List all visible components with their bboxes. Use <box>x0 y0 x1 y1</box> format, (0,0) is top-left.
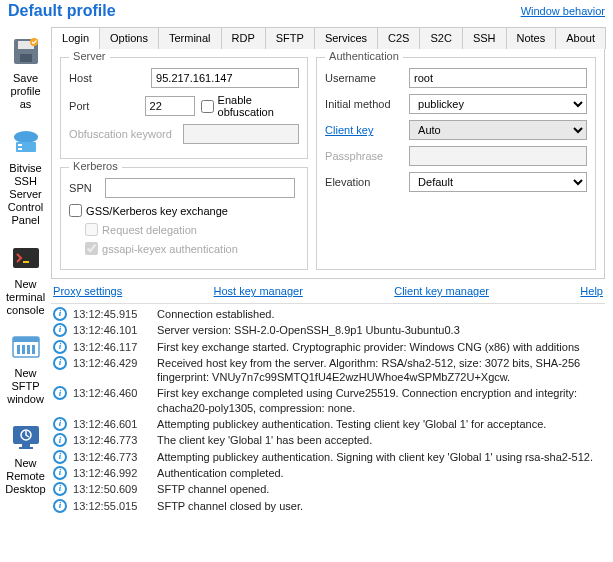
request-delegation-checkbox: Request delegation <box>85 223 299 236</box>
gss-checkbox[interactable]: GSS/Kerberos key exchange <box>69 204 299 217</box>
svg-rect-7 <box>18 148 22 150</box>
new-terminal-button[interactable]: New terminal console <box>0 236 51 322</box>
host-input[interactable] <box>151 68 299 88</box>
remote-desktop-icon <box>8 419 44 455</box>
host-key-manager-link[interactable]: Host key manager <box>214 285 303 297</box>
sidebar-label: New terminal console <box>4 278 47 318</box>
tab-sftp[interactable]: SFTP <box>265 27 315 49</box>
client-key-select[interactable]: Auto <box>409 120 587 140</box>
terminal-icon <box>8 240 44 276</box>
tab-terminal[interactable]: Terminal <box>158 27 222 49</box>
tab-c2s[interactable]: C2S <box>377 27 420 49</box>
username-input[interactable] <box>409 68 587 88</box>
new-remote-desktop-button[interactable]: New Remote Desktop <box>0 415 51 501</box>
info-icon: i <box>53 433 67 447</box>
tab-notes[interactable]: Notes <box>506 27 557 49</box>
log-timestamp: 13:12:46.601 <box>73 417 151 431</box>
username-label: Username <box>325 72 403 84</box>
info-icon: i <box>53 323 67 337</box>
tab-services[interactable]: Services <box>314 27 378 49</box>
log-message: Connection established. <box>157 307 603 321</box>
log-timestamp: 13:12:46.101 <box>73 323 151 337</box>
passphrase-input <box>409 146 587 166</box>
links-row: Proxy settings Host key manager Client k… <box>51 279 605 303</box>
log-timestamp: 13:12:46.773 <box>73 450 151 464</box>
log-message: Received host key from the server. Algor… <box>157 356 603 385</box>
info-icon: i <box>53 386 67 400</box>
log-message: First key exchange started. Cryptographi… <box>157 340 603 354</box>
log-timestamp: 13:12:46.117 <box>73 340 151 354</box>
log-timestamp: 13:12:45.915 <box>73 307 151 321</box>
save-profile-button[interactable]: Save profile as <box>0 30 51 116</box>
log-message: Attempting publickey authentication. Sig… <box>157 450 603 464</box>
sidebar-label: Bitvise SSH Server Control Panel <box>4 162 47 228</box>
log-timestamp: 13:12:46.992 <box>73 466 151 480</box>
elevation-label: Elevation <box>325 176 403 188</box>
info-icon: i <box>53 356 67 370</box>
log-timestamp: 13:12:55.015 <box>73 499 151 513</box>
client-key-link[interactable]: Client key <box>325 124 403 136</box>
port-input[interactable] <box>145 96 195 116</box>
page-title: Default profile <box>8 2 116 20</box>
svg-point-3 <box>30 38 38 46</box>
sidebar-label: Save profile as <box>4 72 47 112</box>
client-key-manager-link[interactable]: Client key manager <box>394 285 489 297</box>
floppy-icon <box>8 34 44 70</box>
info-icon: i <box>53 417 67 431</box>
gssapi-checkbox: gssapi-keyex authentication <box>85 242 299 255</box>
sftp-window-icon <box>8 329 44 365</box>
svg-rect-13 <box>22 345 25 354</box>
log-row: i13:12:55.015SFTP channel closed by user… <box>51 498 605 514</box>
proxy-settings-link[interactable]: Proxy settings <box>53 285 122 297</box>
log-row: i13:12:46.460First key exchange complete… <box>51 385 605 416</box>
svg-rect-6 <box>18 144 22 146</box>
login-panel: Server Host Port Enable obfuscation Obfu… <box>51 49 605 279</box>
method-label: Initial method <box>325 98 403 110</box>
passphrase-label: Passphrase <box>325 150 403 162</box>
tab-ssh[interactable]: SSH <box>462 27 507 49</box>
spn-label: SPN <box>69 182 99 194</box>
info-icon: i <box>53 466 67 480</box>
svg-rect-9 <box>23 261 29 263</box>
obf-keyword-label: Obfuscation keyword <box>69 128 177 140</box>
log-row: i13:12:46.117First key exchange started.… <box>51 339 605 355</box>
tab-s2c[interactable]: S2C <box>419 27 462 49</box>
tab-options[interactable]: Options <box>99 27 159 49</box>
server-group: Server Host Port Enable obfuscation Obfu… <box>60 57 308 159</box>
host-label: Host <box>69 72 145 84</box>
log-message: Authentication completed. <box>157 466 603 480</box>
log-row: i13:12:46.773The client key 'Global 1' h… <box>51 432 605 448</box>
sidebar: Save profile as Bitvise SSH Server Contr… <box>0 22 51 552</box>
svg-rect-11 <box>13 337 39 342</box>
svg-rect-12 <box>17 345 20 354</box>
obf-keyword-input <box>183 124 299 144</box>
info-icon: i <box>53 340 67 354</box>
log-timestamp: 13:12:46.429 <box>73 356 151 370</box>
svg-rect-5 <box>16 142 36 152</box>
group-title: Server <box>69 50 109 62</box>
group-title: Authentication <box>325 50 403 62</box>
log-message: Server version: SSH-2.0-OpenSSH_8.9p1 Ub… <box>157 323 603 337</box>
tab-rdp[interactable]: RDP <box>221 27 266 49</box>
new-sftp-button[interactable]: New SFTP window <box>0 325 51 411</box>
tab-about[interactable]: About <box>555 27 606 49</box>
spn-input[interactable] <box>105 178 295 198</box>
port-label: Port <box>69 100 138 112</box>
log-message: Attempting publickey authentication. Tes… <box>157 417 603 431</box>
obfuscation-checkbox[interactable]: Enable obfuscation <box>201 94 300 118</box>
tab-login[interactable]: Login <box>51 27 100 49</box>
kerberos-group: Kerberos SPN GSS/Kerberos key exchange R… <box>60 167 308 270</box>
sidebar-label: New Remote Desktop <box>4 457 47 497</box>
server-control-button[interactable]: Bitvise SSH Server Control Panel <box>0 120 51 232</box>
window-behavior-link[interactable]: Window behavior <box>521 5 605 17</box>
help-link[interactable]: Help <box>580 285 603 297</box>
log-message: SFTP channel opened. <box>157 482 603 496</box>
info-icon: i <box>53 499 67 513</box>
svg-rect-15 <box>32 345 35 354</box>
method-select[interactable]: publickey <box>409 94 587 114</box>
svg-rect-14 <box>27 345 30 354</box>
log-message: The client key 'Global 1' has been accep… <box>157 433 603 447</box>
log-row: i13:12:50.609SFTP channel opened. <box>51 481 605 497</box>
server-cloud-icon <box>8 124 44 160</box>
elevation-select[interactable]: Default <box>409 172 587 192</box>
